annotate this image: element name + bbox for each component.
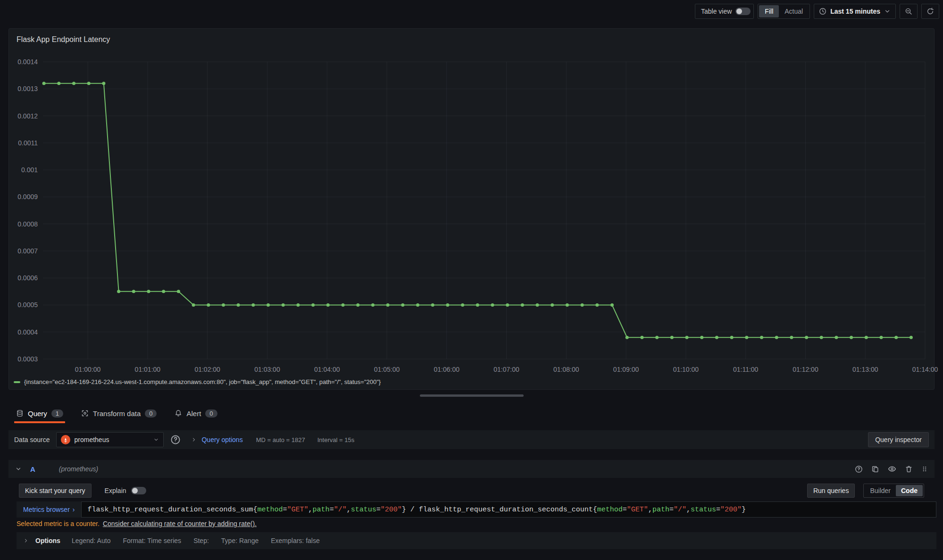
metrics-browser-label: Metrics browser — [23, 506, 70, 513]
query-editor-toolbar: Kick start your query Explain Run querie… — [19, 484, 928, 498]
explain-label: Explain — [105, 487, 126, 494]
svg-text:01:02:00: 01:02:00 — [194, 366, 220, 373]
toggle-visibility-icon[interactable] — [888, 465, 896, 473]
time-range-label: Last 15 minutes — [830, 8, 880, 15]
panel-resize-handle[interactable] — [420, 394, 524, 397]
tab-alert[interactable]: Alert 0 — [173, 403, 219, 423]
svg-text:0.0007: 0.0007 — [17, 247, 38, 255]
tab-transform-count: 0 — [145, 410, 157, 418]
metrics-browser-toggle[interactable]: Metrics browser › — [17, 501, 81, 518]
promql-token: = — [623, 506, 627, 514]
svg-text:01:10:00: 01:10:00 — [673, 366, 699, 373]
code-option[interactable]: Code — [896, 485, 923, 496]
zoom-out-button[interactable] — [900, 4, 918, 19]
promql-code-input[interactable]: flask_http_request_duration_seconds_sum{… — [81, 501, 936, 518]
promql-token: "200" — [720, 506, 742, 514]
query-ref-id: A — [30, 465, 35, 473]
table-view-label: Table view — [701, 8, 732, 15]
datasource-select[interactable]: prometheus — [56, 432, 164, 447]
add-rate-hint-link[interactable]: Consider calculating rate of counter by … — [103, 520, 257, 527]
query-options-toggle[interactable]: Query options — [191, 436, 242, 443]
explain-toggle-group[interactable]: Explain — [105, 487, 146, 494]
tab-transform-data[interactable]: Transform data 0 — [79, 403, 159, 423]
chevron-down-icon — [884, 8, 891, 15]
promql-token: flask_http_request_duration_seconds_sum — [87, 506, 253, 514]
svg-text:01:05:00: 01:05:00 — [374, 366, 400, 373]
kick-start-query-button[interactable]: Kick start your query — [19, 484, 92, 498]
promql-token: flask_http_request_duration_seconds_coun… — [419, 506, 593, 514]
promql-token: path — [652, 506, 669, 514]
chevron-right-icon[interactable] — [23, 538, 29, 543]
query-help-icon[interactable] — [855, 465, 863, 473]
promql-token: , — [648, 506, 652, 514]
svg-text:01:11:00: 01:11:00 — [733, 366, 759, 373]
svg-text:0.0009: 0.0009 — [17, 193, 38, 201]
option-summary-item: Type: Range — [221, 537, 259, 544]
collapse-chevron-icon[interactable] — [15, 466, 22, 472]
counter-warning: Selected metric is a counter. Consider c… — [17, 520, 257, 527]
option-summary-item: Step: — [193, 537, 209, 544]
query-inspector-button[interactable]: Query inspector — [868, 432, 929, 447]
svg-text:01:09:00: 01:09:00 — [613, 366, 639, 373]
builder-option[interactable]: Builder — [865, 485, 896, 496]
query-inspector-label: Query inspector — [875, 436, 922, 443]
run-queries-button[interactable]: Run queries — [807, 484, 855, 498]
bell-icon — [175, 410, 182, 417]
panel-toolbar: Table view Fill Actual Last 15 minutes — [695, 4, 939, 19]
promql-token: = — [330, 506, 334, 514]
chevron-right-icon — [191, 437, 197, 443]
promql-token: = — [376, 506, 381, 514]
promql-token: = — [669, 506, 674, 514]
svg-text:01:01:00: 01:01:00 — [135, 366, 161, 373]
tab-query-count: 1 — [51, 410, 63, 418]
promql-token: , — [347, 506, 351, 514]
promql-token: method — [597, 506, 623, 514]
svg-text:0.0006: 0.0006 — [17, 274, 38, 282]
fill-option[interactable]: Fill — [759, 5, 779, 17]
legend-item[interactable]: {instance="ec2-184-169-216-224.us-west-1… — [14, 378, 381, 385]
query-datasource-hint: (prometheus) — [59, 465, 98, 473]
promql-token: , — [686, 506, 691, 514]
promql-token: method — [258, 506, 283, 514]
svg-text:0.001: 0.001 — [21, 166, 38, 174]
max-data-points-text: MD = auto = 1827 — [256, 436, 305, 443]
time-range-picker[interactable]: Last 15 minutes — [814, 4, 896, 19]
drag-handle-icon[interactable] — [921, 465, 928, 473]
option-summary-item: Legend: Auto — [72, 537, 111, 544]
option-summary-item: Format: Time series — [123, 537, 181, 544]
svg-text:0.0003: 0.0003 — [17, 355, 38, 363]
duplicate-query-icon[interactable] — [871, 465, 879, 473]
tab-alert-label: Alert — [186, 410, 201, 418]
table-view-switch[interactable] — [735, 8, 751, 15]
promql-token: / — [406, 506, 419, 514]
svg-text:01:13:00: 01:13:00 — [852, 366, 878, 373]
explain-switch[interactable] — [131, 487, 146, 494]
svg-text:01:03:00: 01:03:00 — [254, 366, 280, 373]
promql-token: status — [351, 506, 376, 514]
interval-text: Interval = 15s — [317, 436, 354, 443]
promql-token: "GET" — [287, 506, 309, 514]
promql-editor-row: Metrics browser › flask_http_request_dur… — [17, 501, 936, 518]
editor-right-controls: Run queries Builder Code — [807, 484, 924, 498]
svg-text:0.0011: 0.0011 — [18, 139, 38, 147]
svg-text:01:07:00: 01:07:00 — [493, 366, 519, 373]
svg-text:0.0012: 0.0012 — [17, 112, 38, 120]
query-options-label: Query options — [201, 436, 242, 443]
promql-token: path — [313, 506, 330, 514]
promql-token: , — [309, 506, 313, 514]
latency-chart[interactable]: 01:00:0001:01:0001:02:0001:03:0001:04:00… — [9, 48, 935, 373]
datasource-help-icon[interactable] — [170, 435, 181, 445]
table-view-toggle-group[interactable]: Table view — [695, 4, 754, 19]
refresh-button[interactable] — [921, 4, 939, 19]
svg-text:0.0014: 0.0014 — [17, 58, 38, 66]
actual-option[interactable]: Actual — [779, 5, 809, 17]
tab-query-label: Query — [28, 410, 47, 418]
panel-title: Flask App Endpoint Latency — [9, 29, 934, 44]
query-row-header[interactable]: A (prometheus) — [8, 460, 935, 478]
promql-token: = — [283, 506, 287, 514]
svg-text:0.0013: 0.0013 — [17, 85, 38, 92]
tab-query[interactable]: Query 1 — [14, 403, 65, 423]
delete-query-icon[interactable] — [905, 465, 913, 473]
fill-actual-group: Fill Actual — [758, 4, 810, 19]
options-toggle-label[interactable]: Options — [35, 537, 60, 544]
